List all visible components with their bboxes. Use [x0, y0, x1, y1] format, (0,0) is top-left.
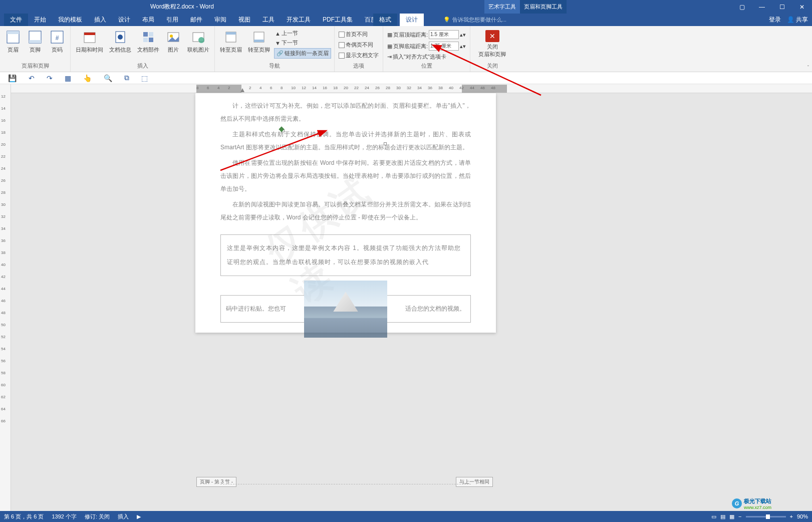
footer-section-tag[interactable]: 页脚 - 第 3 节 - [196, 477, 236, 487]
tab-references[interactable]: 引用 [160, 14, 184, 26]
login-link[interactable]: 登录 [769, 16, 781, 24]
redo-icon[interactable]: ↷ [47, 74, 53, 82]
tell-me-search[interactable]: 💡 告诉我您想要做什么... [443, 16, 506, 24]
undo-icon[interactable]: ↶ [29, 74, 35, 82]
group-insert: 日期和时间 文档信息 文档部件 图片 联机图片 插入 [71, 26, 215, 72]
group-label-nav: 导航 [269, 62, 280, 71]
insert-align-tab-button[interactable]: ⇥插入"对齐方式"选项卡 [386, 53, 467, 61]
table-icon[interactable]: ▦ [65, 74, 71, 82]
copy-icon[interactable]: ⧉ [124, 74, 129, 82]
close-hf-button[interactable]: ✕ [485, 30, 499, 42]
page-count[interactable]: 第 6 页，共 6 页 [4, 513, 44, 520]
collapse-ribbon-button[interactable]: ˇ [807, 65, 809, 71]
tab-mailings[interactable]: 邮件 [184, 14, 208, 26]
prev-section-button[interactable]: ▲上一节 [274, 29, 331, 38]
footer-button[interactable]: 页脚 [25, 28, 45, 55]
goto-header-button[interactable]: 转至页眉 [218, 28, 244, 55]
text-box-2[interactable]: 码中进行粘贴。您也可 适合您的文档的视频。 [220, 295, 471, 323]
svg-rect-13 [149, 38, 153, 42]
group-label-close: 关闭 [487, 62, 498, 71]
zoom-in-button[interactable]: + [790, 513, 793, 519]
share-button[interactable]: 👤 共享 [787, 16, 808, 24]
tab-review[interactable]: 审阅 [208, 14, 232, 26]
checkbox-icon [339, 42, 345, 48]
insert-mode[interactable]: 插入 [118, 513, 129, 520]
maximize-button[interactable]: ☐ [772, 0, 792, 14]
tab-view[interactable]: 视图 [232, 14, 256, 26]
tab-layout[interactable]: 布局 [136, 14, 160, 26]
inline-image[interactable] [304, 281, 387, 338]
layout-icon[interactable]: ⬚ [141, 74, 148, 82]
zoom-out-button[interactable]: − [738, 513, 741, 519]
close-window-button[interactable]: ✕ [792, 0, 812, 14]
show-doctext-checkbox[interactable]: 显示文档文字 [338, 51, 380, 60]
document-page[interactable]: 仅供试读 计，这些设计可互为补充。例如，您可以添加匹配的封面、页眉和提要栏。单击… [195, 93, 496, 333]
docparts-button[interactable]: 文档部件 [135, 28, 161, 55]
watermark-brand: G 极光下载站 www.xz7.com [732, 496, 812, 511]
contextual-tab-wordart[interactable]: 艺术字工具 [484, 0, 520, 14]
tab-file[interactable]: 文件 [4, 14, 28, 26]
tab-pdftools[interactable]: PDF工具集 [317, 14, 359, 26]
view-readmode-icon[interactable]: ▭ [711, 513, 716, 520]
group-navigation: 转至页眉 转至页脚 ▲上一节 ▼下一节 🔗链接到前一条页眉 导航 [215, 26, 335, 72]
zoom-level[interactable]: 90% [797, 513, 808, 519]
header-button[interactable]: 页眉 [3, 28, 23, 55]
svg-point-17 [198, 37, 204, 43]
same-as-previous-tag[interactable]: 与上一节相同 [456, 477, 493, 487]
pagenumber-button[interactable]: #页码 [47, 28, 67, 55]
horizontal-ruler-wrap: 8642246810121416182022242628303234363840… [11, 84, 812, 93]
document-viewport: 1214161820222426283032343638404244464850… [0, 84, 812, 511]
tab-hf-design[interactable]: 设计 [400, 14, 424, 26]
touch-icon[interactable]: 👆 [83, 74, 92, 82]
footer-distance-row: ▦页脚底端距离:1.75 厘米▴▾ [386, 41, 467, 51]
spinner-icon[interactable]: ▴▾ [460, 43, 466, 50]
zoom-slider[interactable] [746, 516, 786, 517]
text-box-1[interactable]: 这里是举例文本内容，这里是举例文本内容 1。视频提供了功能强大的方法帮助您证明您… [220, 234, 471, 277]
vertical-ruler[interactable]: 1214161820222426283032343638404244464850… [0, 84, 11, 511]
quick-access-toolbar: 💾 ↶ ↷ ▦ 👆 🔍 ⧉ ⬚ [0, 72, 812, 84]
header-distance-input[interactable]: 1.5 厘米 [429, 30, 459, 39]
svg-rect-11 [149, 32, 153, 37]
picture-button[interactable]: 图片 [163, 28, 183, 55]
macro-icon[interactable]: ▶ [137, 513, 141, 520]
docinfo-button[interactable]: 文档信息 [107, 28, 133, 55]
svg-rect-7 [84, 33, 95, 35]
save-icon[interactable]: 💾 [8, 74, 17, 82]
picture-icon [165, 29, 181, 45]
view-web-icon[interactable]: ▦ [729, 513, 734, 520]
tab-mytemplate[interactable]: 我的模板 [52, 14, 88, 26]
goto-footer-button[interactable]: 转至页脚 [246, 28, 272, 55]
link-previous-button[interactable]: 🔗链接到前一条页眉 [274, 48, 331, 59]
footer-distance-input[interactable]: 1.75 厘米 [429, 42, 459, 51]
view-print-icon[interactable]: ▤ [720, 513, 725, 520]
ribbon-options-icon[interactable]: ▢ [732, 0, 752, 14]
paragraph: 计，这些设计可互为补充。例如，您可以添加匹配的封面、页眉和提要栏。单击"插入"，… [220, 99, 471, 126]
onlinepic-button[interactable]: 联机图片 [185, 28, 211, 55]
tab-design[interactable]: 设计 [112, 14, 136, 26]
tab-tools[interactable]: 工具 [256, 14, 281, 26]
pagenumber-icon: # [49, 29, 65, 45]
tab-developer[interactable]: 开发工具 [281, 14, 317, 26]
first-line-indent-marker[interactable] [240, 88, 244, 92]
different-oddeven-checkbox[interactable]: 奇偶页不同 [338, 41, 380, 49]
datetime-button[interactable]: 日期和时间 [74, 28, 105, 55]
calendar-icon [82, 29, 98, 45]
word-count[interactable]: 1392 个字 [52, 513, 77, 520]
next-section-button[interactable]: ▼下一节 [274, 39, 331, 47]
tab-insert[interactable]: 插入 [88, 14, 112, 26]
horizontal-ruler[interactable]: 8642246810121416182022242628303234363840… [196, 84, 807, 93]
group-position: ▦页眉顶端距离:1.5 厘米▴▾ ▦页脚底端距离:1.75 厘米▴▾ ⇥插入"对… [383, 26, 470, 72]
contextual-tab-headerfooter[interactable]: 页眉和页脚工具 [520, 0, 567, 14]
tell-me-placeholder: 告诉我您想要做什么... [452, 16, 506, 24]
close-label-2: 页眉和页脚 [478, 51, 506, 58]
textbox-left-text: 码中进行粘贴。您也可 [226, 305, 286, 313]
selection-handle[interactable] [384, 142, 387, 145]
tab-format[interactable]: 格式 [373, 14, 397, 26]
status-bar: 第 6 页，共 6 页 1392 个字 修订: 关闭 插入 ▶ ▭ ▤ ▦ − … [0, 511, 812, 522]
different-first-checkbox[interactable]: 首页不同 [338, 30, 380, 39]
minimize-button[interactable]: — [752, 0, 772, 14]
print-preview-icon[interactable]: 🔍 [104, 74, 112, 82]
track-changes-status[interactable]: 修订: 关闭 [85, 513, 110, 520]
tab-home[interactable]: 开始 [28, 14, 52, 26]
spinner-icon[interactable]: ▴▾ [460, 32, 466, 38]
